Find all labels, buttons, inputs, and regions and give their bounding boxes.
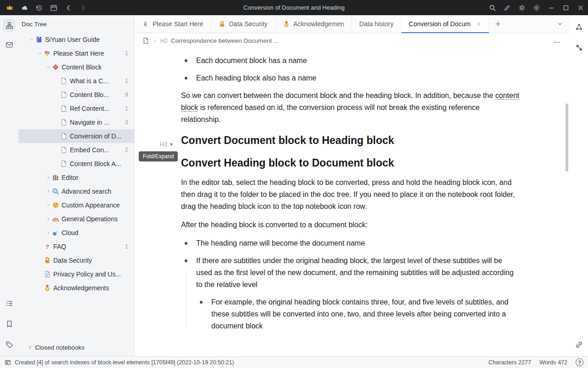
close-tab-icon[interactable] — [476, 21, 481, 27]
doc-tree-item[interactable]: Advanced search — [18, 184, 134, 198]
list-item-block[interactable]: Each heading block also has a name — [181, 72, 520, 84]
palette-icon — [52, 201, 62, 209]
chevron-right-icon[interactable] — [44, 189, 52, 194]
ref-count-badge: 2 — [125, 147, 134, 153]
daily-note-icon[interactable] — [46, 0, 61, 15]
doc-title: Privacy Policy and Us... — [53, 270, 121, 278]
doc-title: Embed Con... — [70, 146, 109, 154]
backlink-icon[interactable] — [573, 339, 585, 351]
chevron-right-icon[interactable] — [44, 203, 52, 207]
new-tab-button[interactable] — [489, 15, 507, 33]
data-history-icon[interactable] — [32, 0, 46, 15]
paragraph-block[interactable]: After the heading block is converted to … — [181, 219, 520, 231]
doc-more-button[interactable]: ... — [554, 37, 560, 44]
heading-block[interactable]: Convert Heading block to Document block — [181, 155, 520, 171]
minimize-button[interactable] — [544, 0, 559, 15]
editor-scrollbar[interactable] — [565, 104, 568, 172]
chevron-right-icon — [28, 345, 33, 350]
workspace-icon[interactable] — [2, 0, 17, 15]
doc-tree-item[interactable]: Cloud — [18, 226, 134, 240]
file-icon — [60, 160, 70, 167]
doc-tree-item[interactable]: Data Security — [18, 253, 134, 267]
paragraph-block[interactable]: So we can convert between the document b… — [181, 90, 520, 126]
doc-tree-item[interactable]: General Operations — [18, 212, 134, 226]
chevron-down-icon[interactable] — [44, 65, 52, 69]
paragraph-block[interactable]: In the editor tab, select the heading bl… — [181, 177, 520, 213]
editor[interactable]: Each document block has a nameEach headi… — [135, 48, 570, 356]
graph-icon[interactable] — [573, 21, 585, 33]
list-item-block[interactable]: Each document block has a name — [181, 55, 520, 67]
theme-button[interactable] — [514, 0, 529, 15]
file-icon — [60, 132, 70, 140]
document-icon[interactable] — [142, 37, 149, 44]
chevron-down-icon[interactable] — [36, 51, 44, 56]
sync-cloud-icon[interactable] — [17, 0, 32, 15]
right-dock — [570, 15, 588, 356]
rainbow-icon — [52, 215, 62, 223]
settings-button[interactable] — [529, 0, 544, 15]
fold-expand-tooltip: Fold/Expand — [139, 151, 178, 161]
tab-data-security[interactable]: Data Security — [211, 15, 276, 33]
doc-title: Content Block A... — [70, 160, 121, 167]
block-gutter[interactable]: H2 — [160, 137, 174, 152]
heading-block[interactable]: Convert Document block to Heading blockH… — [181, 133, 520, 148]
ref-count-badge: 1 — [125, 50, 134, 57]
text-segment: So we can convert between the document b… — [181, 92, 495, 99]
doc-tree-item[interactable]: Content Block A... — [18, 157, 134, 171]
block-handle-icon[interactable] — [169, 142, 174, 147]
file-icon — [60, 77, 70, 85]
doc-tree-item[interactable]: Please Start Here1 — [18, 46, 134, 60]
doc-tree-dock-icon[interactable] — [3, 19, 15, 31]
doc-tree-item[interactable]: Ref Content...1 — [18, 102, 134, 115]
doc-tree-item[interactable]: Content Block — [18, 60, 134, 74]
doc-tree-item[interactable]: Editor — [18, 171, 134, 184]
words-label: Words — [539, 359, 556, 366]
tab-list-dropdown-icon[interactable] — [550, 15, 570, 33]
global-graph-icon[interactable] — [573, 41, 585, 53]
chevron-down-icon[interactable] — [28, 37, 35, 42]
doc-title: Content Block — [62, 63, 102, 71]
doc-tree-item[interactable]: Custom Appearance — [18, 198, 134, 212]
file-icon — [60, 119, 70, 126]
tag-dock-icon[interactable] — [3, 339, 15, 351]
outline-dock-icon[interactable] — [3, 297, 15, 309]
doc-tree-item[interactable]: Conversion of D... — [18, 129, 134, 143]
breadcrumb-heading-tag: H2 — [160, 38, 168, 44]
background-task-icon[interactable] — [5, 359, 11, 366]
doc-tree-item[interactable]: Content Blo...9 — [18, 88, 134, 102]
breadcrumb-item[interactable]: Correspondence between Document ... — [171, 37, 279, 44]
help-icon[interactable]: ? — [576, 358, 583, 366]
maximize-button[interactable] — [559, 0, 573, 15]
chevron-right-icon[interactable] — [44, 217, 52, 221]
titlebar: Conversion of Document and Heading — [0, 0, 588, 15]
edit-mode-button[interactable] — [500, 0, 514, 15]
doc-tree-item[interactable]: ?FAQ1 — [18, 240, 134, 253]
doc-tree-item[interactable]: What is a C...1 — [18, 74, 134, 88]
tab-label: Conversion of Docum — [409, 20, 471, 28]
list-item-block[interactable]: The heading name will become the documen… — [181, 237, 520, 249]
doc-tree-item[interactable]: Acknowledgements — [18, 281, 134, 295]
list-item-block[interactable]: If there are subtitles under the origina… — [181, 255, 520, 291]
tab-data-history[interactable]: Data history — [352, 15, 401, 33]
chevron-right-icon[interactable] — [44, 230, 52, 235]
tab-acknowledgemen[interactable]: Acknowledgemen — [276, 15, 352, 33]
closed-notebooks-label: Closed notebooks — [35, 344, 85, 351]
main-area: Doc Tree SiYuan User GuidePlease Start H… — [0, 15, 588, 356]
chevron-right-icon[interactable] — [44, 175, 52, 180]
doc-tree-item[interactable]: Embed Con...2 — [18, 143, 134, 157]
closed-notebooks-toggle[interactable]: Closed notebooks — [18, 339, 134, 356]
tab-please-start-here[interactable]: Please Start Here — [135, 15, 211, 33]
tab-conversion-of-docum[interactable]: Conversion of Docum — [401, 15, 490, 33]
go-forward-button[interactable] — [76, 0, 90, 15]
doc-tree-item[interactable]: Navigate in ...3 — [18, 115, 134, 129]
bookmark-dock-icon[interactable] — [3, 318, 15, 330]
doc-title: What is a C... — [70, 77, 108, 85]
list-item-block[interactable]: For example, the original heading block … — [181, 296, 520, 332]
inbox-icon[interactable] — [3, 39, 15, 51]
doc-tree-item[interactable]: Privacy Policy and Us... — [18, 267, 134, 281]
statusbar: Created [4] of search indexes of block-l… — [0, 356, 588, 368]
close-button[interactable] — [573, 0, 588, 15]
go-back-button[interactable] — [61, 0, 76, 15]
doc-tree-item[interactable]: SiYuan User Guide — [18, 33, 134, 46]
search-button[interactable] — [485, 0, 500, 15]
